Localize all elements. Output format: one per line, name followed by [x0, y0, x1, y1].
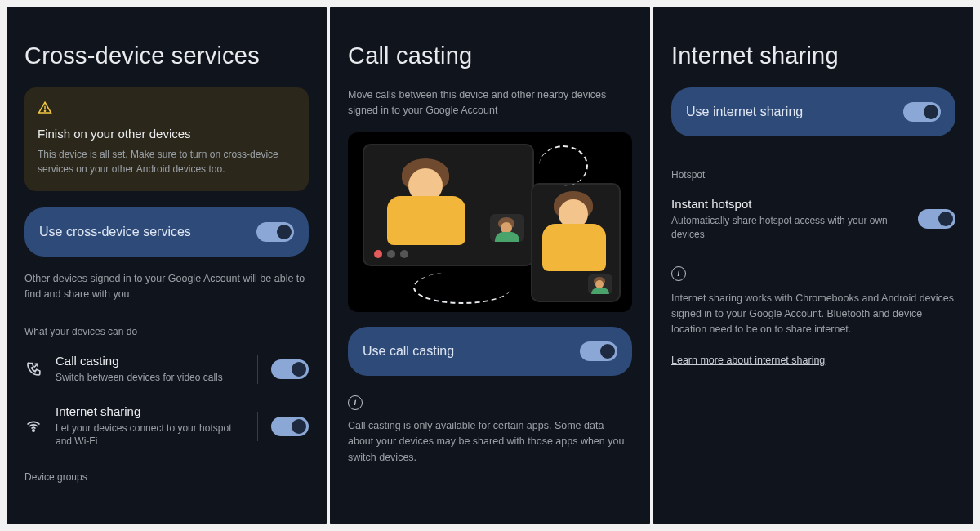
panel-cross-device: Cross-device services Finish on your oth… — [7, 7, 327, 524]
toggle-switch[interactable] — [580, 341, 617, 361]
section-what-devices-can-do: What your devices can do — [24, 326, 309, 337]
use-call-casting-toggle-card[interactable]: Use call casting — [348, 327, 632, 376]
svg-point-2 — [33, 430, 34, 431]
toggle-label: Use internet sharing — [686, 105, 803, 119]
notice-body: This device is all set. Make sure to tur… — [38, 147, 296, 176]
row-title: Call casting — [56, 354, 244, 368]
toggle-label: Use call casting — [363, 344, 454, 359]
row-instant-hotspot[interactable]: Instant hotspot Automatically share hots… — [671, 187, 956, 252]
warning-icon — [38, 100, 52, 115]
page-title: Internet sharing — [671, 42, 956, 69]
learn-more-link[interactable]: Learn more about internet sharing — [671, 355, 956, 366]
toggle-switch[interactable] — [903, 102, 941, 122]
phone-arrow-icon — [24, 360, 42, 378]
instant-hotspot-switch[interactable] — [918, 209, 956, 229]
row-subtitle: Let your devices connect to your hotspot… — [56, 422, 244, 449]
notice-title: Finish on your other devices — [38, 127, 296, 141]
use-internet-sharing-toggle-card[interactable]: Use internet sharing — [671, 87, 956, 136]
page-title: Cross-device services — [24, 42, 309, 69]
row-title: Internet sharing — [56, 404, 244, 418]
svg-point-1 — [44, 110, 45, 111]
row-internet-sharing[interactable]: Internet sharing Let your devices connec… — [24, 395, 309, 459]
toggle-label: Use cross-device services — [39, 225, 191, 239]
call-casting-desc: Move calls between this device and other… — [348, 87, 632, 119]
three-panel-wrap: Cross-device services Finish on your oth… — [0, 0, 980, 531]
internet-sharing-info: Internet sharing works with Chromebooks … — [671, 291, 956, 338]
page-title: Call casting — [348, 42, 632, 69]
call-casting-switch[interactable] — [271, 359, 309, 379]
call-casting-info: Call casting is only available for certa… — [348, 418, 632, 466]
panel-call-casting: Call casting Move calls between this dev… — [330, 7, 650, 524]
info-icon-row: i — [671, 266, 956, 281]
row-title: Instant hotspot — [671, 197, 905, 211]
row-subtitle: Switch between devices for video calls — [56, 371, 244, 385]
finish-notice-card: Finish on your other devices This device… — [24, 87, 309, 191]
info-icon: i — [671, 266, 686, 281]
internet-sharing-switch[interactable] — [271, 417, 309, 436]
panel-internet-sharing: Internet sharing Use internet sharing Ho… — [653, 7, 973, 524]
section-device-groups: Device groups — [24, 471, 309, 483]
row-divider — [257, 355, 258, 384]
toggle-switch[interactable] — [256, 222, 294, 242]
info-icon-row: i — [348, 395, 632, 410]
wifi-icon — [24, 417, 42, 435]
below-toggle-desc: Other devices signed in to your Google A… — [24, 271, 309, 303]
info-icon: i — [348, 395, 363, 410]
row-subtitle: Automatically share hotspot access with … — [671, 214, 905, 242]
row-call-casting[interactable]: Call casting Switch between devices for … — [24, 344, 309, 395]
section-hotspot: Hotspot — [671, 169, 956, 181]
use-cross-device-toggle-card[interactable]: Use cross-device services — [24, 207, 309, 257]
call-casting-illustration — [348, 132, 632, 312]
row-divider — [257, 412, 258, 441]
